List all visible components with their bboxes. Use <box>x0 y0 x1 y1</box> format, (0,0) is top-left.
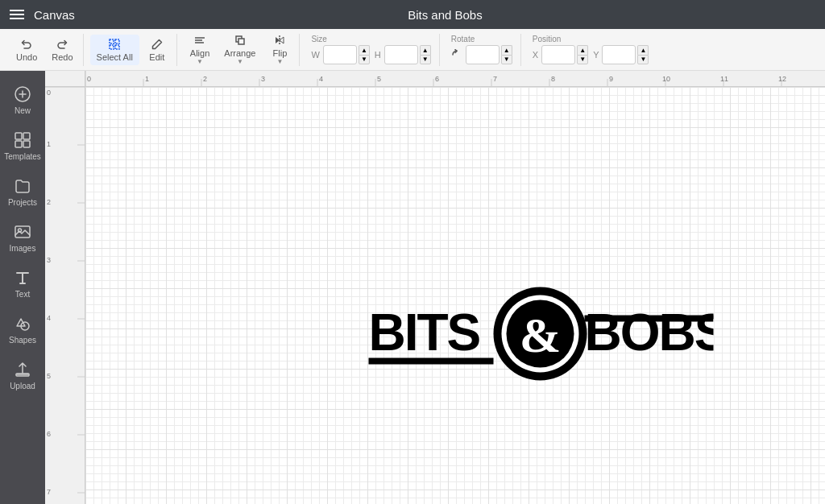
canvas-scroll[interactable]: & BITS BOBS <box>85 87 825 504</box>
svg-rect-14 <box>15 141 22 147</box>
svg-rect-12 <box>15 133 22 139</box>
rotate-spin: ▲ ▼ <box>501 45 512 64</box>
canvas-content: & BITS BOBS <box>85 87 825 504</box>
svg-text:4: 4 <box>319 75 323 83</box>
sidebar-projects-label: Projects <box>8 198 37 207</box>
svg-text:2: 2 <box>203 75 207 83</box>
app-title: Canvas <box>34 8 75 22</box>
svg-text:12: 12 <box>778 75 786 83</box>
logo-container[interactable]: & BITS BOBS <box>367 282 714 386</box>
position-x-up[interactable]: ▲ <box>577 45 588 55</box>
ruler-h-svg: 0 1 2 3 4 5 6 7 8 <box>85 71 825 87</box>
sidebar-item-images[interactable]: Images <box>0 215 45 261</box>
arrange-button[interactable]: Arrange ▼ <box>218 31 262 68</box>
x-label: X <box>533 50 538 60</box>
size-h-up[interactable]: ▲ <box>420 45 431 55</box>
position-y-spin: ▲ ▼ <box>637 45 649 64</box>
position-field: Position X ▲ ▼ Y ▲ ▼ <box>528 35 654 64</box>
size-w-up[interactable]: ▲ <box>359 45 370 55</box>
svg-text:10: 10 <box>662 75 670 83</box>
size-h-spin: ▲ ▼ <box>420 45 431 64</box>
menu-button[interactable] <box>10 10 24 19</box>
rotate-label: Rotate <box>451 35 475 43</box>
rotate-input[interactable] <box>466 45 500 64</box>
sidebar-item-templates[interactable]: Templates <box>0 123 45 169</box>
size-w-input[interactable] <box>323 45 357 64</box>
undo-button[interactable]: Undo <box>10 35 44 65</box>
flip-button[interactable]: Flip ▼ <box>263 31 296 68</box>
svg-rect-0 <box>110 39 114 43</box>
size-h-down[interactable]: ▼ <box>420 55 431 64</box>
templates-icon <box>14 131 31 149</box>
align-button[interactable]: Align ▼ <box>184 31 216 68</box>
svg-rect-15 <box>23 141 30 147</box>
shapes-icon <box>14 315 31 333</box>
ruler-v-svg: 0 1 2 3 4 5 6 7 <box>45 87 85 504</box>
svg-text:7: 7 <box>47 488 51 496</box>
position-y-input[interactable] <box>602 45 636 64</box>
position-x-spin: ▲ ▼ <box>577 45 588 64</box>
svg-text:8: 8 <box>551 75 555 83</box>
svg-text:2: 2 <box>47 198 51 206</box>
svg-rect-3 <box>115 45 119 49</box>
ruler-corner <box>45 71 85 87</box>
ruler-v-container: 0 1 2 3 4 5 6 7 <box>45 87 825 504</box>
svg-text:BOBS: BOBS <box>585 304 714 361</box>
svg-text:9: 9 <box>609 75 613 83</box>
rotate-down[interactable]: ▼ <box>501 55 512 64</box>
svg-text:1: 1 <box>47 140 51 148</box>
projects-icon <box>14 177 31 195</box>
svg-text:6: 6 <box>435 75 439 83</box>
size-w-down[interactable]: ▼ <box>359 55 370 64</box>
ruler-horizontal: 0 1 2 3 4 5 6 7 8 <box>85 71 825 87</box>
size-w-spin: ▲ ▼ <box>359 45 370 64</box>
rotate-up[interactable]: ▲ <box>501 45 512 55</box>
sidebar-templates-label: Templates <box>4 152 41 161</box>
sidebar: New Templates Projects <box>0 71 45 504</box>
sidebar-item-projects[interactable]: Projects <box>0 169 45 215</box>
sidebar-images-label: Images <box>10 244 36 253</box>
svg-rect-70 <box>369 358 494 365</box>
upload-icon <box>14 361 31 378</box>
svg-rect-2 <box>110 45 114 49</box>
svg-text:3: 3 <box>47 256 51 264</box>
svg-text:BITS: BITS <box>369 304 480 361</box>
toolbar: Undo Redo Select All Edit <box>0 29 825 71</box>
position-x-down[interactable]: ▼ <box>577 55 588 64</box>
toolbar-select-group: Select All Edit <box>87 34 177 66</box>
rotate-field: Rotate ▲ ▼ <box>446 35 517 64</box>
position-x-input[interactable] <box>541 45 575 64</box>
main-area: New Templates Projects <box>0 71 825 504</box>
sidebar-item-new[interactable]: New <box>0 77 45 123</box>
new-icon <box>14 85 31 103</box>
svg-text:7: 7 <box>493 75 497 83</box>
title-bar: Canvas Bits and Bobs <box>0 0 825 29</box>
size-field: Size W ▲ ▼ H ▲ ▼ <box>306 35 435 64</box>
sidebar-item-shapes[interactable]: Shapes <box>0 307 45 353</box>
svg-text:&: & <box>520 308 562 362</box>
sidebar-item-upload[interactable]: Upload <box>0 353 45 399</box>
rotate-icon <box>451 49 462 60</box>
sidebar-shapes-label: Shapes <box>9 336 36 345</box>
svg-rect-71 <box>585 316 714 322</box>
svg-text:0: 0 <box>47 89 51 97</box>
position-y-down[interactable]: ▼ <box>637 55 649 64</box>
text-icon <box>14 269 31 287</box>
sidebar-text-label: Text <box>15 290 30 299</box>
edit-button[interactable]: Edit <box>141 35 173 65</box>
redo-button[interactable]: Redo <box>45 35 79 65</box>
size-h-input[interactable] <box>384 45 418 64</box>
select-all-button[interactable]: Select All <box>90 35 139 65</box>
svg-text:5: 5 <box>377 75 381 83</box>
svg-text:5: 5 <box>47 372 51 380</box>
sidebar-upload-label: Upload <box>10 382 35 390</box>
position-y-up[interactable]: ▲ <box>637 45 649 55</box>
sidebar-new-label: New <box>15 106 31 115</box>
size-label: Size <box>311 35 326 43</box>
svg-text:1: 1 <box>145 75 149 83</box>
sidebar-item-text[interactable]: Text <box>0 261 45 307</box>
svg-rect-8 <box>238 39 244 44</box>
svg-text:4: 4 <box>47 314 51 322</box>
w-label: W <box>311 50 319 60</box>
svg-text:3: 3 <box>261 75 265 83</box>
